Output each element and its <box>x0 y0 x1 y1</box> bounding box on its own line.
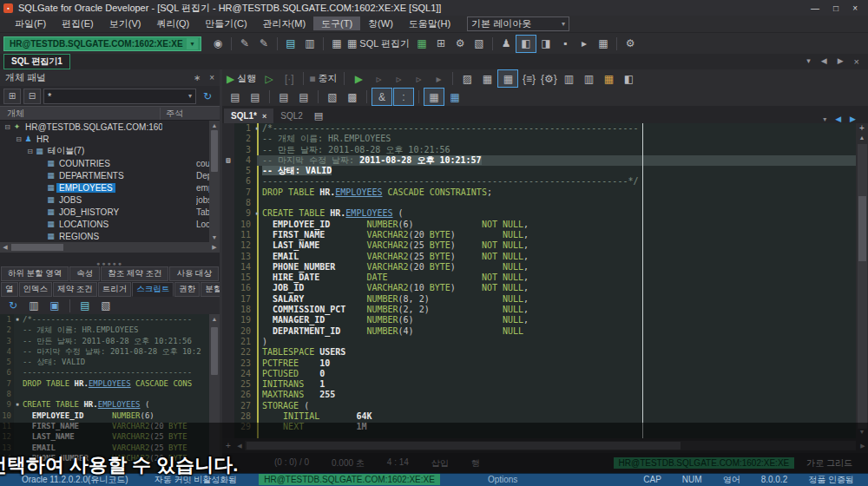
editor-tab-SQL2[interactable]: SQL2 <box>273 108 310 123</box>
menu-item-2[interactable]: 보기(V) <box>102 16 149 30</box>
split-pane-right-icon[interactable]: ◨ <box>536 36 556 52</box>
editor-tab-SQL1[interactable]: SQL1*× <box>224 108 273 123</box>
connect-icon[interactable]: ◉ <box>208 36 227 52</box>
nav-back-icon[interactable]: ◀ <box>821 56 827 67</box>
menu-item-8[interactable]: 도움말(H) <box>401 16 458 30</box>
clipboard-icon[interactable]: ▥ <box>300 36 319 52</box>
sql-builder-icon[interactable]: ▦ <box>599 70 618 87</box>
split-view-icon[interactable]: ◧ <box>619 70 638 87</box>
column-object[interactable]: 개체 <box>0 108 161 120</box>
tree-item-employees[interactable]: ▦EMPLOYEESemployees <box>0 181 220 194</box>
brackets-icon[interactable]: [·] <box>279 70 299 87</box>
expand-all-button[interactable]: ⊞ <box>3 89 21 104</box>
nav-forward-icon[interactable]: ▶ <box>850 115 856 123</box>
chevron-down-icon[interactable]: ▾ <box>823 115 826 123</box>
new-script-icon[interactable]: ▤ <box>76 298 95 314</box>
settings-icon[interactable]: ⚙ <box>450 36 470 52</box>
tab-사용 대상[interactable]: 사용 대상 <box>169 266 219 281</box>
panel-splitter[interactable]: ●●●●● <box>0 259 220 266</box>
grid-view-button[interactable]: ▦ <box>497 69 518 88</box>
braces-settings-icon[interactable]: {⚙} <box>539 70 558 87</box>
chevron-down-icon[interactable]: ▾ <box>806 56 811 67</box>
transaction-out-icon[interactable]: ▥ <box>579 70 598 87</box>
menu-item-7[interactable]: 창(W) <box>360 16 401 30</box>
paste-run-icon[interactable]: ▤ <box>281 36 300 52</box>
collapse-icon[interactable]: ⊟ <box>26 148 34 155</box>
menu-item-4[interactable]: 만들기(C) <box>197 16 254 30</box>
tree-item-job-history[interactable]: ▦JOB_HISTORYTable that s <box>0 206 220 218</box>
stop-button[interactable]: ■중지 <box>308 70 339 87</box>
close-tab-icon[interactable]: × <box>262 112 266 121</box>
menu-item-0[interactable]: 파일(F) <box>7 16 54 30</box>
tab-제약 조건[interactable]: 제약 조건 <box>53 282 97 297</box>
new-file-icon[interactable]: ▤ <box>226 89 245 105</box>
panel-close-icon[interactable]: × <box>209 73 214 82</box>
commit-lock-icon[interactable]: ▦ <box>477 70 496 87</box>
split-pane-left-icon[interactable]: ◧ <box>516 35 536 53</box>
tree-item-regions[interactable]: ▦REGIONS <box>0 230 220 242</box>
braces-format-icon[interactable]: {≡} <box>519 70 538 87</box>
nav-forward-icon[interactable]: ▶ <box>838 56 844 67</box>
open-file-icon[interactable]: ▤ <box>246 89 265 105</box>
bind-amp-button[interactable]: & <box>372 88 392 106</box>
tab-트리거[interactable]: 트리거 <box>98 282 132 297</box>
layout-select[interactable]: 기본 레이아웃 ▾ <box>467 16 569 31</box>
sql-commit-icon[interactable]: ▦ <box>327 36 346 52</box>
tree-item-countries[interactable]: ▦COUNTRIEScountry tab <box>0 157 220 169</box>
run-selection-icon[interactable]: ▸ <box>429 70 448 87</box>
tree-item-hr[interactable]: ⊟♟HR <box>0 133 220 145</box>
collapse-icon[interactable]: ⊟ <box>15 135 23 143</box>
new-tab-icon[interactable]: ▤ <box>310 108 327 123</box>
editor-vertical-scrollbar[interactable]: + ▲ ▼ <box>856 123 868 438</box>
macro-settings-icon[interactable]: ⚙ <box>621 36 640 52</box>
new-connection-icon[interactable]: ✎ <box>254 36 273 52</box>
tree-scrollbar[interactable]: ▲ ▼ <box>209 121 220 242</box>
pin-icon[interactable]: ∗ <box>194 73 201 82</box>
result-grid-settings-icon[interactable]: ▦ <box>445 89 464 105</box>
schema-browser-icon[interactable]: ⊞ <box>431 36 450 52</box>
menu-item-6[interactable]: 도구(T) <box>313 16 360 30</box>
tab-참조 제약 조건[interactable]: 참조 제약 조건 <box>101 266 168 281</box>
tab-인덱스[interactable]: 인덱스 <box>19 282 53 297</box>
sql-file-icon[interactable]: ▦ <box>412 36 431 52</box>
nav-back-icon[interactable]: ◀ <box>835 115 841 123</box>
collapse-icon[interactable]: ⊟ <box>3 123 11 131</box>
export-icon[interactable]: ▸ <box>575 36 594 52</box>
format-sql-icon[interactable]: ▧ <box>323 89 342 105</box>
column-comment[interactable]: 주석 <box>161 108 183 120</box>
tab-열[interactable]: 열 <box>1 282 18 297</box>
tree-item--7-[interactable]: ⊟▦테이블(7) <box>0 145 220 157</box>
session-monitor-icon[interactable]: ♟ <box>496 36 516 52</box>
tab-권한[interactable]: 권한 <box>174 282 200 297</box>
run-script-icon[interactable]: ▶ <box>349 70 368 87</box>
filter-input[interactable]: * ▾ <box>43 89 196 104</box>
run-button[interactable]: ▶실행 <box>226 70 259 87</box>
tab-속성[interactable]: 속성 <box>69 266 100 281</box>
options-link[interactable]: Options <box>488 475 517 484</box>
close-button[interactable]: × <box>852 3 858 13</box>
tree-item-departments[interactable]: ▦DEPARTMENTSDepartmen <box>0 169 220 181</box>
copy-icon[interactable]: ▥ <box>24 298 43 314</box>
maximize-button[interactable]: □ <box>833 3 838 13</box>
tab-sql-editor-1[interactable]: SQL 편집기1 <box>3 54 70 69</box>
tab-스크립트[interactable]: 스크립트 <box>132 282 174 297</box>
refresh-button[interactable]: ↻ <box>199 89 216 103</box>
tab-하위 분할 영역[interactable]: 하위 분할 영역 <box>1 266 69 281</box>
menu-item-3[interactable]: 쿼리(Q) <box>148 16 197 30</box>
prev-query-icon[interactable]: ▹ <box>369 70 388 87</box>
connection-combo[interactable]: HR@TESTDB.SQLGATE.COM:1602:XE:XE ▾ <box>3 36 201 51</box>
next-query-icon[interactable]: ▹ <box>389 70 408 87</box>
run-plan-icon[interactable]: ▷ <box>260 70 279 87</box>
sql-editor-button[interactable]: ▦SQL 편집기 <box>346 36 412 52</box>
save-all-icon[interactable]: ▤ <box>294 89 313 105</box>
sql-editor[interactable]: 1▪/*------------------------------------… <box>222 123 856 438</box>
menu-item-5[interactable]: 관리자(M) <box>255 16 314 30</box>
lock-icon[interactable]: ▪ <box>556 36 575 52</box>
menu-item-1[interactable]: 편집(E) <box>54 16 102 30</box>
result-grid-button[interactable]: ▦ <box>424 88 444 106</box>
tree-item-locations[interactable]: ▦LOCATIONSLocations ta <box>0 218 220 230</box>
split-handle[interactable]: + <box>859 123 865 135</box>
script-options-icon[interactable]: ▧ <box>96 298 115 314</box>
collapse-all-button[interactable]: ⊟ <box>23 89 41 104</box>
save-file-icon[interactable]: ▤ <box>274 89 293 105</box>
